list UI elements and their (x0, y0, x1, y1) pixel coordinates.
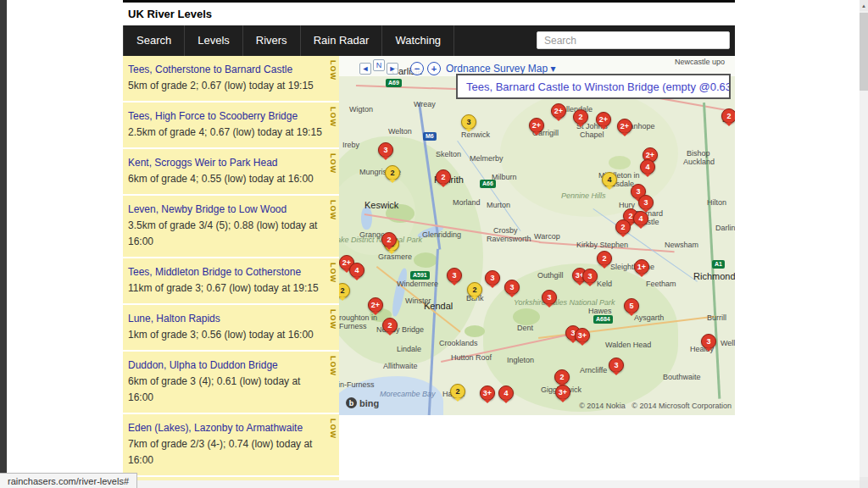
scrollbar-thumb[interactable] (860, 13, 868, 91)
map-marker[interactable]: 3 (485, 270, 500, 286)
map-marker[interactable]: 2 (597, 251, 612, 266)
map-marker[interactable]: 2+ (617, 119, 632, 134)
river-list-item[interactable]: Kent, Scroggs Weir to Park Head6km of gr… (123, 149, 339, 196)
map-marker[interactable]: 3 (447, 268, 462, 283)
map-place-label: Hutton Roof (451, 353, 492, 362)
map-place-label: Windermere (397, 280, 438, 288)
bing-logo: b bing (346, 397, 379, 408)
nav-item-levels[interactable]: Levels (184, 25, 242, 56)
vertical-scrollbar[interactable]: ▲ ▼ (860, 0, 868, 488)
river-list-item[interactable]: Tees, Cotherstone to Barnard Castle5km o… (123, 56, 339, 103)
river-link[interactable]: Duddon, Ulpha to Duddon Bridge (128, 358, 326, 374)
river-link[interactable]: Tees, Cotherstone to Barnard Castle (128, 62, 326, 78)
map-marker[interactable]: 4 (602, 172, 617, 187)
map-marker[interactable]: 2+ (551, 103, 566, 119)
map-marker[interactable]: 2 (467, 282, 482, 297)
map-place-label: Hawes (588, 307, 612, 315)
river-list-item[interactable]: Eden (Lakes), Lazonby to Armathwaite7km … (123, 414, 339, 477)
map-place-label: Morland (453, 198, 481, 207)
map-place-label: Bishop (687, 149, 710, 158)
map-style-selector[interactable]: Ordnance Survey Map ▾ (446, 63, 555, 75)
map-place-label: Yorkshire Dales National Park (514, 298, 615, 307)
map-marker[interactable]: 3 (378, 142, 393, 158)
page-title: UK River Levels (128, 8, 212, 20)
pan-left-button[interactable]: ◄ (359, 63, 371, 75)
map-marker[interactable]: 3 (701, 334, 716, 349)
bing-icon: b (346, 397, 357, 408)
map-marker[interactable]: 2 (436, 169, 451, 185)
map-marker[interactable]: 1+ (634, 259, 649, 274)
main-row: Tees, Cotherstone to Barnard Castle5km o… (123, 56, 735, 488)
map-marker[interactable]: 2+ (529, 118, 544, 133)
map-marker[interactable]: 2 (385, 165, 400, 180)
map-place-label: Aysgarth (634, 313, 664, 322)
map-marker[interactable]: 3+ (480, 385, 495, 401)
river-level-tag: LOW (329, 309, 337, 330)
map-marker[interactable]: 3 (461, 114, 476, 130)
map-marker[interactable]: 4 (640, 159, 655, 175)
river-list-item[interactable]: Duddon, Ulpha to Duddon Bridge6km of gra… (123, 352, 339, 414)
river-list: Tees, Cotherstone to Barnard Castle5km o… (123, 56, 339, 488)
map-marker[interactable]: 3 (582, 269, 598, 284)
map-marker[interactable]: 3 (542, 290, 557, 305)
river-list-item[interactable]: Lune, Halton Rapids1km of grade 3; 0.56 … (123, 305, 339, 352)
river-link[interactable]: Leven, Newby Bridge to Low Wood (128, 202, 326, 218)
map-place-label: Furness (339, 322, 367, 330)
scroll-up-arrow-icon[interactable]: ▲ (860, 0, 868, 11)
river-list-item[interactable]: Leven, Newby Bridge to Low Wood3.5km of … (123, 196, 339, 258)
river-link[interactable]: Kent, Scroggs Weir to Park Head (128, 155, 326, 171)
road-shield-a1: A1 (712, 260, 725, 269)
map-marker[interactable]: 2 (554, 369, 570, 385)
nav-item-watching[interactable]: Watching (381, 25, 454, 56)
map-marker[interactable]: 4 (349, 263, 364, 278)
zoom-out-button[interactable]: − (410, 62, 424, 75)
map-marker[interactable]: 2+ (368, 297, 383, 313)
map-place-label: Allithwaite (383, 362, 418, 370)
zoom-in-button[interactable]: + (427, 62, 441, 75)
map-marker[interactable]: 2+ (596, 112, 611, 127)
river-link[interactable]: Lune, Halton Rapids (128, 311, 326, 327)
search-input[interactable] (537, 31, 730, 49)
nav-item-rain-radar[interactable]: Rain Radar (300, 25, 382, 56)
river-link[interactable]: Eden (Lakes), Lazonby to Armathwaite (128, 420, 326, 436)
map-place-label: Outhgill (537, 271, 564, 280)
map-place-label: Ingleton (507, 356, 534, 364)
page-content: UK River Levels SearchLevelsRiversRain R… (123, 0, 735, 488)
map-marker[interactable]: 2 (382, 318, 398, 333)
map-marker[interactable]: 3 (609, 358, 624, 373)
map-marker[interactable]: 3+ (555, 385, 570, 400)
map-place-label: Burrill (707, 313, 726, 322)
river-detail: 6km of grade 4; 0.55 (low) today at 16:0… (128, 171, 326, 187)
map-place-label: Dent (517, 324, 533, 332)
river-detail: 11km of grade 3; 0.67 (low) today at 19:… (128, 280, 326, 297)
north-indicator[interactable]: N (373, 59, 385, 71)
river-level-tag: LOW (329, 263, 337, 283)
pan-right-button[interactable]: ► (387, 63, 398, 75)
map-canvas[interactable]: ◄ N ► − + Ordnance Survey Map ▾ Tees, Ba… (339, 56, 735, 415)
river-link[interactable]: Tees, High Force to Scooberry Bridge (128, 108, 326, 125)
nav-item-search[interactable]: Search (123, 25, 184, 56)
nav-bar: SearchLevelsRiversRain RadarWatching (123, 25, 735, 56)
map-marker[interactable]: 3+ (575, 328, 590, 343)
map-marker[interactable]: 2 (573, 109, 588, 125)
map-marker[interactable]: 4 (498, 385, 514, 401)
map-marker[interactable]: 4 (633, 211, 648, 226)
map-place-label: Auckland (683, 158, 715, 166)
river-list-item[interactable]: Tees, Middleton Bridge to Cotherstone11k… (123, 258, 339, 305)
map-marker[interactable]: 3 (638, 195, 654, 210)
map-marker[interactable]: 2 (721, 108, 735, 124)
map-marker[interactable]: 5 (624, 298, 639, 313)
map-place-label: Bouthwaite (663, 373, 701, 381)
river-list-item[interactable]: Tees, High Force to Scooberry Bridge2.5k… (123, 103, 339, 149)
map-marker[interactable]: 2 (381, 232, 397, 247)
map-place-label: Well (721, 339, 735, 347)
map-marker[interactable]: 2 (450, 384, 465, 399)
river-link[interactable]: Tees, Middleton Bridge to Cotherstone (128, 264, 326, 280)
map-marker[interactable]: 2 (615, 219, 631, 235)
map-place-label: Morecambe Bay (380, 390, 436, 398)
map-place-label: -in-Furness (339, 380, 375, 389)
nav-item-rivers[interactable]: Rivers (242, 25, 300, 56)
map-marker[interactable]: 3 (504, 280, 520, 295)
map-tooltip[interactable]: Tees, Barnard Castle to Winston Bridge (… (456, 74, 731, 99)
map-place-label: Kendal (424, 301, 453, 311)
